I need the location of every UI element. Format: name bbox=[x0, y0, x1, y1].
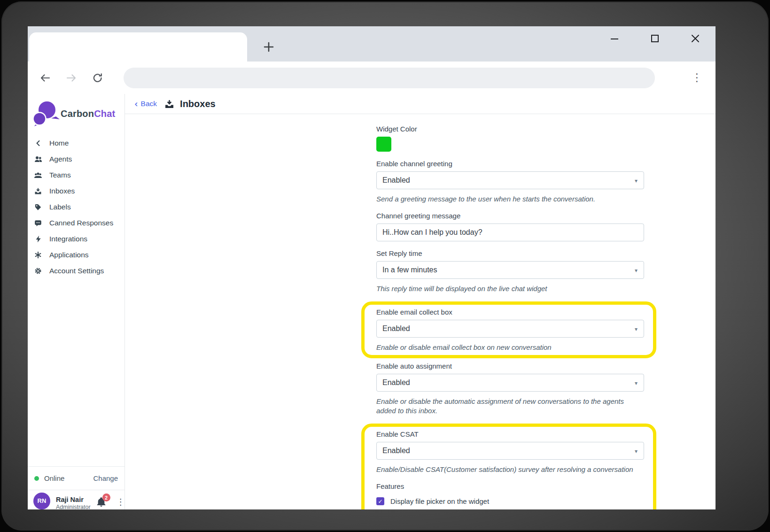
change-status-link[interactable]: Change bbox=[93, 474, 118, 482]
inbox-icon bbox=[34, 187, 42, 195]
widget-color-label: Widget Color bbox=[376, 125, 644, 133]
channel-greeting-select[interactable]: Enabled bbox=[376, 171, 644, 189]
sidebar-item-integrations[interactable]: Integrations bbox=[28, 231, 124, 247]
availability-status-row: Online Change bbox=[28, 466, 124, 490]
sidebar-item-label: Integrations bbox=[49, 235, 87, 243]
page-header: ‹ Back Inboxes bbox=[125, 94, 716, 114]
sidebar-item-label: Home bbox=[49, 139, 69, 147]
chat-bubble-icon bbox=[34, 219, 42, 227]
auto-assignment-group: Enable auto assignment Enabled Enable or… bbox=[376, 362, 644, 416]
inbox-settings-form: Widget Color Enable channel greeting Ena… bbox=[376, 125, 644, 509]
csat-help: Enable/Disable CSAT(Customer satisfactio… bbox=[376, 465, 644, 474]
csat-label: Enable CSAT bbox=[376, 430, 644, 438]
channel-greeting-help: Send a greeting message to the user when… bbox=[376, 194, 644, 204]
main-panel: ‹ Back Inboxes Widget Color bbox=[124, 94, 716, 509]
widget-color-swatch[interactable] bbox=[376, 137, 391, 152]
select-value: Enabled bbox=[382, 378, 410, 387]
device-bezel: ⋮ CarbonChat bbox=[1, 1, 769, 531]
user-role: Administrator bbox=[56, 504, 91, 509]
file-picker-label: Display file picker on the widget bbox=[390, 497, 489, 505]
greeting-message-label: Channel greeting message bbox=[376, 212, 644, 220]
online-status-label: Online bbox=[44, 474, 64, 482]
new-tab-button[interactable] bbox=[261, 39, 277, 55]
email-collect-group: Enable email collect box Enabled Enable … bbox=[376, 308, 644, 352]
asterisk-icon bbox=[34, 251, 42, 259]
highlight-email-collect-box: Enable email collect box Enabled Enable … bbox=[361, 301, 656, 358]
bolt-icon bbox=[34, 235, 42, 243]
online-status-dot bbox=[34, 476, 39, 481]
sidebar-item-label: Inboxes bbox=[49, 187, 75, 195]
select-value: In a few minutes bbox=[382, 266, 437, 274]
sidebar: CarbonChat Home Agents bbox=[28, 94, 124, 509]
highlight-csat: Enable CSAT Enabled Enable/Disable CSAT(… bbox=[361, 424, 656, 509]
auto-assignment-select[interactable]: Enabled bbox=[376, 374, 644, 392]
sidebar-item-inboxes[interactable]: Inboxes bbox=[28, 183, 124, 199]
sidebar-spacer bbox=[28, 279, 124, 466]
minimize-button[interactable] bbox=[606, 30, 623, 47]
sidebar-item-label: Agents bbox=[49, 155, 72, 163]
maximize-button[interactable] bbox=[646, 30, 664, 47]
forward-button[interactable] bbox=[64, 71, 78, 85]
browser-tab-strip bbox=[28, 26, 716, 62]
email-collect-help: Enable or disable email collect box on n… bbox=[376, 343, 644, 352]
brand[interactable]: CarbonChat bbox=[28, 94, 124, 131]
teams-icon bbox=[34, 171, 42, 179]
browser-menu-button[interactable]: ⋮ bbox=[689, 72, 705, 83]
greeting-message-group: Channel greeting message bbox=[376, 212, 644, 241]
reply-time-group: Set Reply time In a few minutes This rep… bbox=[376, 249, 644, 293]
screenshot-stage: ⋮ CarbonChat bbox=[0, 0, 770, 532]
back-arrow-icon bbox=[39, 71, 52, 85]
maximize-icon bbox=[650, 33, 660, 44]
back-button[interactable] bbox=[38, 71, 52, 85]
sidebar-item-teams[interactable]: Teams bbox=[28, 167, 124, 183]
checkbox-checked-icon[interactable] bbox=[376, 497, 384, 505]
reply-time-select[interactable]: In a few minutes bbox=[376, 261, 644, 279]
browser-window: ⋮ CarbonChat bbox=[28, 26, 716, 509]
browser-active-tab[interactable] bbox=[29, 32, 247, 62]
sidebar-item-account-settings[interactable]: Account Settings bbox=[28, 263, 124, 279]
notifications-button[interactable]: 2 bbox=[96, 494, 106, 507]
chevron-left-icon bbox=[34, 139, 42, 147]
inbox-icon bbox=[164, 99, 174, 109]
csat-select[interactable]: Enabled bbox=[376, 442, 644, 460]
user-menu-button[interactable]: ⋮ bbox=[117, 497, 124, 507]
sidebar-item-canned-responses[interactable]: Canned Responses bbox=[28, 215, 124, 231]
reply-time-help: This reply time will be displayed on the… bbox=[376, 284, 644, 293]
sidebar-item-labels[interactable]: Labels bbox=[28, 199, 124, 215]
brand-name: CarbonChat bbox=[61, 108, 115, 119]
reload-button[interactable] bbox=[91, 71, 105, 85]
sidebar-item-agents[interactable]: Agents bbox=[28, 151, 124, 167]
back-link[interactable]: ‹ Back bbox=[134, 100, 157, 108]
gear-icon bbox=[34, 267, 42, 275]
features-label: Features bbox=[376, 482, 644, 490]
greeting-message-input[interactable] bbox=[376, 224, 644, 241]
address-bar[interactable] bbox=[124, 68, 655, 88]
reply-time-label: Set Reply time bbox=[376, 249, 644, 257]
channel-greeting-group: Enable channel greeting Enabled Send a g… bbox=[376, 160, 644, 204]
auto-assignment-help: Enable or disable the automatic assignme… bbox=[376, 397, 644, 416]
close-button[interactable] bbox=[686, 30, 704, 47]
channel-greeting-label: Enable channel greeting bbox=[376, 160, 644, 168]
reload-icon bbox=[91, 71, 104, 85]
sidebar-item-label: Labels bbox=[49, 203, 71, 211]
chevron-left-icon: ‹ bbox=[134, 100, 138, 108]
minimize-icon bbox=[609, 33, 620, 44]
agents-icon bbox=[34, 155, 42, 163]
brand-logo-icon bbox=[31, 100, 60, 128]
email-collect-select[interactable]: Enabled bbox=[376, 320, 644, 338]
page-content: Widget Color Enable channel greeting Ena… bbox=[125, 114, 716, 509]
window-controls bbox=[606, 30, 704, 47]
sidebar-item-label: Canned Responses bbox=[49, 219, 113, 227]
email-collect-label: Enable email collect box bbox=[376, 308, 644, 316]
file-picker-checkbox-row[interactable]: Display file picker on the widget bbox=[376, 497, 644, 505]
avatar[interactable]: RN bbox=[33, 493, 50, 509]
close-icon bbox=[690, 33, 700, 44]
user-name: Raji Nair bbox=[56, 495, 91, 504]
select-value: Enabled bbox=[382, 176, 410, 185]
sidebar-item-applications[interactable]: Applications bbox=[28, 247, 124, 263]
app-shell: CarbonChat Home Agents bbox=[28, 94, 716, 509]
sidebar-item-home[interactable]: Home bbox=[28, 135, 124, 151]
sidebar-item-label: Applications bbox=[49, 251, 89, 259]
auto-assignment-label: Enable auto assignment bbox=[376, 362, 644, 370]
sidebar-item-label: Teams bbox=[49, 171, 71, 179]
